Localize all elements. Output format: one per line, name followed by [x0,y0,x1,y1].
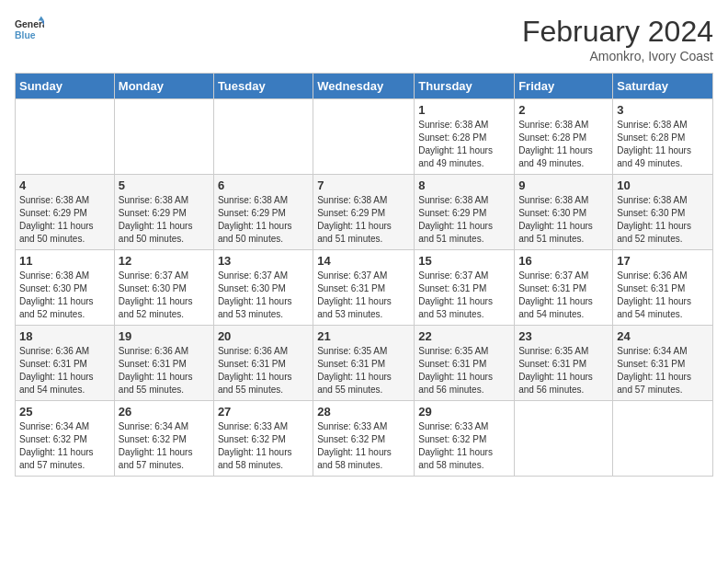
title-area: February 2024 Amonkro, Ivory Coast [522,15,713,63]
day-info: Sunrise: 6:36 AM Sunset: 6:31 PM Dayligh… [19,345,110,396]
calendar-cell: 13Sunrise: 6:37 AM Sunset: 6:30 PM Dayli… [213,250,313,326]
calendar-cell: 1Sunrise: 6:38 AM Sunset: 6:28 PM Daylig… [415,99,515,175]
calendar-week-row: 18Sunrise: 6:36 AM Sunset: 6:31 PM Dayli… [16,326,713,401]
day-info: Sunrise: 6:37 AM Sunset: 6:31 PM Dayligh… [418,270,510,321]
svg-text:Blue: Blue [15,30,36,40]
day-info: Sunrise: 6:35 AM Sunset: 6:31 PM Dayligh… [317,345,410,396]
calendar-cell: 6Sunrise: 6:38 AM Sunset: 6:29 PM Daylig… [213,175,313,250]
calendar-cell: 24Sunrise: 6:34 AM Sunset: 6:31 PM Dayli… [613,326,713,401]
calendar-cell: 12Sunrise: 6:37 AM Sunset: 6:30 PM Dayli… [114,250,213,326]
calendar-cell [213,99,313,175]
calendar-cell: 19Sunrise: 6:36 AM Sunset: 6:31 PM Dayli… [114,326,213,401]
calendar-cell: 9Sunrise: 6:38 AM Sunset: 6:30 PM Daylig… [515,175,613,250]
calendar-cell [515,401,613,477]
calendar-cell: 14Sunrise: 6:37 AM Sunset: 6:31 PM Dayli… [313,250,415,326]
day-info: Sunrise: 6:33 AM Sunset: 6:32 PM Dayligh… [218,420,309,472]
day-number: 13 [218,254,309,268]
calendar-cell [613,401,713,477]
calendar-cell: 26Sunrise: 6:34 AM Sunset: 6:32 PM Dayli… [114,401,213,477]
logo: General Blue [15,15,44,44]
day-number: 1 [418,103,510,117]
day-number: 23 [518,329,609,343]
day-number: 19 [119,329,210,343]
day-info: Sunrise: 6:34 AM Sunset: 6:32 PM Dayligh… [119,420,210,472]
day-info: Sunrise: 6:33 AM Sunset: 6:32 PM Dayligh… [317,420,410,472]
day-number: 29 [418,405,510,419]
day-number: 22 [418,329,510,343]
calendar-cell: 27Sunrise: 6:33 AM Sunset: 6:32 PM Dayli… [213,401,313,477]
calendar-week-row: 4Sunrise: 6:38 AM Sunset: 6:29 PM Daylig… [16,175,713,250]
header-tuesday: Tuesday [213,74,313,99]
day-info: Sunrise: 6:36 AM Sunset: 6:31 PM Dayligh… [119,345,210,396]
day-info: Sunrise: 6:37 AM Sunset: 6:31 PM Dayligh… [317,270,410,321]
header-monday: Monday [114,74,213,99]
day-number: 18 [19,329,110,343]
day-number: 4 [19,178,110,192]
day-number: 9 [518,178,609,192]
day-number: 10 [617,178,709,192]
day-info: Sunrise: 6:35 AM Sunset: 6:31 PM Dayligh… [518,345,609,396]
day-info: Sunrise: 6:38 AM Sunset: 6:28 PM Dayligh… [418,119,510,170]
calendar-cell: 8Sunrise: 6:38 AM Sunset: 6:29 PM Daylig… [415,175,515,250]
day-number: 27 [218,405,309,419]
calendar-cell: 20Sunrise: 6:36 AM Sunset: 6:31 PM Dayli… [213,326,313,401]
day-info: Sunrise: 6:38 AM Sunset: 6:29 PM Dayligh… [218,194,309,246]
day-info: Sunrise: 6:38 AM Sunset: 6:29 PM Dayligh… [19,194,110,246]
day-info: Sunrise: 6:38 AM Sunset: 6:30 PM Dayligh… [19,270,110,321]
calendar-cell: 16Sunrise: 6:37 AM Sunset: 6:31 PM Dayli… [515,250,613,326]
calendar-cell [16,99,115,175]
day-number: 6 [218,178,309,192]
calendar-cell: 15Sunrise: 6:37 AM Sunset: 6:31 PM Dayli… [415,250,515,326]
calendar-cell [313,99,415,175]
calendar-cell: 23Sunrise: 6:35 AM Sunset: 6:31 PM Dayli… [515,326,613,401]
calendar-week-row: 25Sunrise: 6:34 AM Sunset: 6:32 PM Dayli… [16,401,713,477]
header: General Blue February 2024 Amonkro, Ivor… [15,15,713,63]
day-number: 8 [418,178,510,192]
day-number: 26 [119,405,210,419]
calendar-cell: 28Sunrise: 6:33 AM Sunset: 6:32 PM Dayli… [313,401,415,477]
day-info: Sunrise: 6:38 AM Sunset: 6:30 PM Dayligh… [617,194,709,246]
calendar-title: February 2024 [522,15,713,49]
day-info: Sunrise: 6:35 AM Sunset: 6:31 PM Dayligh… [418,345,510,396]
calendar-cell: 7Sunrise: 6:38 AM Sunset: 6:29 PM Daylig… [313,175,415,250]
calendar-cell: 5Sunrise: 6:38 AM Sunset: 6:29 PM Daylig… [114,175,213,250]
calendar-cell: 21Sunrise: 6:35 AM Sunset: 6:31 PM Dayli… [313,326,415,401]
header-thursday: Thursday [415,74,515,99]
day-info: Sunrise: 6:37 AM Sunset: 6:31 PM Dayligh… [518,270,609,321]
day-number: 24 [617,329,709,343]
day-number: 25 [19,405,110,419]
calendar-subtitle: Amonkro, Ivory Coast [522,49,713,63]
header-saturday: Saturday [613,74,713,99]
calendar-cell: 25Sunrise: 6:34 AM Sunset: 6:32 PM Dayli… [16,401,115,477]
calendar-cell: 10Sunrise: 6:38 AM Sunset: 6:30 PM Dayli… [613,175,713,250]
day-info: Sunrise: 6:38 AM Sunset: 6:30 PM Dayligh… [518,194,609,246]
calendar-cell: 4Sunrise: 6:38 AM Sunset: 6:29 PM Daylig… [16,175,115,250]
day-info: Sunrise: 6:34 AM Sunset: 6:32 PM Dayligh… [19,420,110,472]
day-info: Sunrise: 6:38 AM Sunset: 6:28 PM Dayligh… [617,119,709,170]
day-info: Sunrise: 6:36 AM Sunset: 6:31 PM Dayligh… [617,270,709,321]
calendar-cell: 18Sunrise: 6:36 AM Sunset: 6:31 PM Dayli… [16,326,115,401]
header-friday: Friday [515,74,613,99]
day-number: 2 [518,103,609,117]
svg-text:General: General [15,19,44,29]
calendar-cell: 2Sunrise: 6:38 AM Sunset: 6:28 PM Daylig… [515,99,613,175]
calendar-week-row: 11Sunrise: 6:38 AM Sunset: 6:30 PM Dayli… [16,250,713,326]
day-info: Sunrise: 6:37 AM Sunset: 6:30 PM Dayligh… [218,270,309,321]
day-number: 11 [19,254,110,268]
day-info: Sunrise: 6:33 AM Sunset: 6:32 PM Dayligh… [418,420,510,472]
calendar-cell: 3Sunrise: 6:38 AM Sunset: 6:28 PM Daylig… [613,99,713,175]
days-header-row: Sunday Monday Tuesday Wednesday Thursday… [16,74,713,99]
day-number: 17 [617,254,709,268]
day-number: 3 [617,103,709,117]
calendar-cell [114,99,213,175]
calendar-cell: 17Sunrise: 6:36 AM Sunset: 6:31 PM Dayli… [613,250,713,326]
day-number: 7 [317,178,410,192]
calendar-cell: 29Sunrise: 6:33 AM Sunset: 6:32 PM Dayli… [415,401,515,477]
day-number: 15 [418,254,510,268]
day-info: Sunrise: 6:38 AM Sunset: 6:29 PM Dayligh… [418,194,510,246]
day-number: 16 [518,254,609,268]
day-info: Sunrise: 6:37 AM Sunset: 6:30 PM Dayligh… [119,270,210,321]
day-number: 14 [317,254,410,268]
day-info: Sunrise: 6:38 AM Sunset: 6:28 PM Dayligh… [518,119,609,170]
day-info: Sunrise: 6:38 AM Sunset: 6:29 PM Dayligh… [317,194,410,246]
